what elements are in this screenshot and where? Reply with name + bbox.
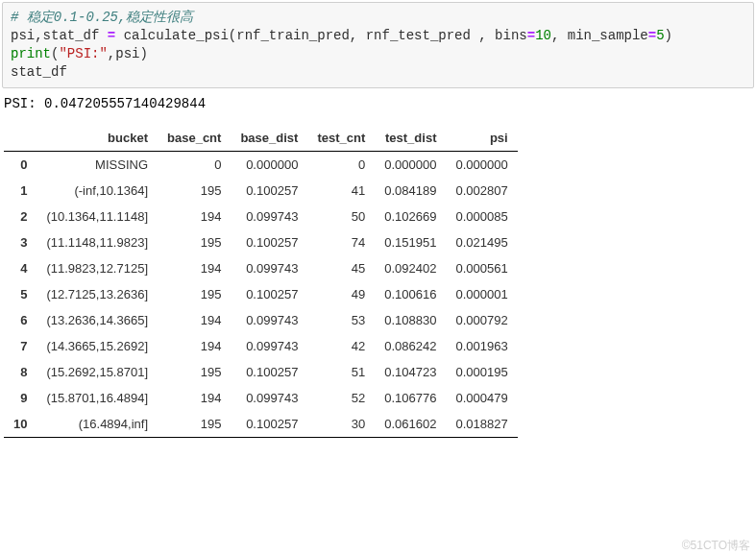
cell-bucket: (13.2636,14.3665]: [37, 307, 158, 333]
stat-df-table: bucket base_cnt base_dist test_cnt test_…: [4, 125, 518, 438]
cell-base_cnt: 194: [158, 204, 231, 229]
cell-base_cnt: 195: [158, 178, 231, 204]
cell-psi: 0.021495: [446, 229, 517, 255]
row-index: 5: [4, 281, 37, 307]
cell-test_cnt: 50: [307, 204, 375, 229]
cell-base_dist: 0.100257: [231, 281, 307, 307]
print-builtin: print: [11, 46, 51, 61]
cell-base_cnt: 195: [158, 359, 231, 385]
cell-psi: 0.000085: [446, 204, 517, 229]
cell-base_cnt: 194: [158, 307, 231, 333]
cell-test_dist: 0.084189: [375, 178, 446, 204]
row-index: 3: [4, 229, 37, 255]
cell-base_dist: 0.099743: [231, 307, 307, 333]
cell-base_cnt: 194: [158, 255, 231, 281]
cell-base_cnt: 195: [158, 229, 231, 255]
psi-string: "PSI:": [59, 46, 107, 61]
row-index: 6: [4, 307, 37, 333]
cell-base_dist: 0.000000: [231, 151, 307, 178]
table-row: 9(15.8701,16.4894]1940.099743520.1067760…: [4, 385, 518, 411]
cell-test_dist: 0.104723: [375, 359, 446, 385]
cell-psi: 0.000561: [446, 255, 517, 281]
table-body: 0MISSING00.00000000.0000000.0000001(-inf…: [4, 151, 518, 437]
code-line-4: stat_df: [11, 64, 67, 80]
cell-base_dist: 0.099743: [231, 385, 307, 411]
cell-bucket: (11.1148,11.9823]: [37, 229, 158, 255]
table-row: 5(12.7125,13.2636]1950.100257490.1006160…: [4, 281, 518, 307]
code-line-2a: psi,stat_df: [11, 28, 108, 43]
col-test-dist: test_dist: [375, 125, 446, 152]
cell-test_dist: 0.108830: [375, 307, 446, 333]
table-head: bucket base_cnt base_dist test_cnt test_…: [4, 125, 518, 152]
col-test-cnt: test_cnt: [307, 125, 375, 152]
table-row: 4(11.9823,12.7125]1940.099743450.0924020…: [4, 255, 518, 281]
eq-op: =: [527, 28, 535, 43]
row-index: 0: [4, 151, 37, 178]
cell-bucket: (11.9823,12.7125]: [37, 255, 158, 281]
cell-base_cnt: 0: [158, 151, 231, 178]
row-index: 7: [4, 333, 37, 359]
cell-bucket: (15.8701,16.4894]: [37, 385, 158, 411]
num-10: 10: [535, 28, 551, 43]
cell-base_dist: 0.100257: [231, 411, 307, 438]
cell-test_dist: 0.106776: [375, 385, 446, 411]
col-psi: psi: [446, 125, 517, 152]
cell-base_cnt: 195: [158, 411, 231, 438]
cell-test_dist: 0.092402: [375, 255, 446, 281]
psi-output: PSI: 0.047205557140429844: [2, 88, 754, 125]
table-row: 8(15.2692,15.8701]1950.100257510.1047230…: [4, 359, 518, 385]
cell-bucket: (10.1364,11.1148]: [37, 204, 158, 229]
row-index: 8: [4, 359, 37, 385]
cell-test_cnt: 42: [307, 333, 375, 359]
cell-test_dist: 0.102669: [375, 204, 446, 229]
num-5: 5: [656, 28, 664, 43]
table-row: 2(10.1364,11.1148]1940.099743500.1026690…: [4, 204, 518, 229]
index-header: [4, 125, 37, 152]
row-index: 9: [4, 385, 37, 411]
row-index: 4: [4, 255, 37, 281]
cell-bucket: (12.7125,13.2636]: [37, 281, 158, 307]
cell-bucket: (16.4894,inf]: [37, 411, 158, 438]
cell-psi: 0.000195: [446, 359, 517, 385]
code-comment: # 稳定0.1-0.25,稳定性很高: [11, 10, 193, 25]
code-line-2b: calculate_psi(rnf_train_pred, rnf_test_p…: [115, 28, 526, 43]
cell-base_dist: 0.100257: [231, 229, 307, 255]
cell-test_dist: 0.086242: [375, 333, 446, 359]
cell-base_dist: 0.099743: [231, 255, 307, 281]
cell-test_dist: 0.000000: [375, 151, 446, 178]
cell-psi: 0.001963: [446, 333, 517, 359]
cell-bucket: MISSING: [37, 151, 158, 178]
code-line-3rest: ,psi): [108, 46, 148, 61]
table-row: 7(14.3665,15.2692]1940.099743420.0862420…: [4, 333, 518, 359]
cell-psi: 0.000000: [446, 151, 517, 178]
cell-bucket: (14.3665,15.2692]: [37, 333, 158, 359]
table-row: 0MISSING00.00000000.0000000.000000: [4, 151, 518, 178]
cell-test_cnt: 52: [307, 385, 375, 411]
cell-test_cnt: 51: [307, 359, 375, 385]
row-index: 2: [4, 204, 37, 229]
cell-test_cnt: 45: [307, 255, 375, 281]
cell-base_cnt: 194: [158, 333, 231, 359]
col-base-cnt: base_cnt: [158, 125, 231, 152]
code-line-2c: , min_sample: [551, 28, 648, 43]
cell-test_cnt: 30: [307, 411, 375, 438]
code-cell: # 稳定0.1-0.25,稳定性很高 psi,stat_df = calcula…: [2, 2, 754, 88]
code-line-2d: ): [665, 28, 672, 43]
cell-psi: 0.000479: [446, 385, 517, 411]
cell-base_dist: 0.100257: [231, 178, 307, 204]
col-bucket: bucket: [37, 125, 158, 152]
cell-psi: 0.002807: [446, 178, 517, 204]
cell-test_cnt: 0: [307, 151, 375, 178]
cell-test_cnt: 41: [307, 178, 375, 204]
eq-op: =: [108, 28, 115, 43]
cell-test_dist: 0.151951: [375, 229, 446, 255]
table-row: 3(11.1148,11.9823]1950.100257740.1519510…: [4, 229, 518, 255]
cell-psi: 0.000001: [446, 281, 517, 307]
cell-base_cnt: 194: [158, 385, 231, 411]
row-index: 1: [4, 178, 37, 204]
cell-test_dist: 0.100616: [375, 281, 446, 307]
cell-test_cnt: 53: [307, 307, 375, 333]
row-index: 10: [4, 411, 37, 438]
cell-bucket: (15.2692,15.8701]: [37, 359, 158, 385]
cell-test_dist: 0.061602: [375, 411, 446, 438]
